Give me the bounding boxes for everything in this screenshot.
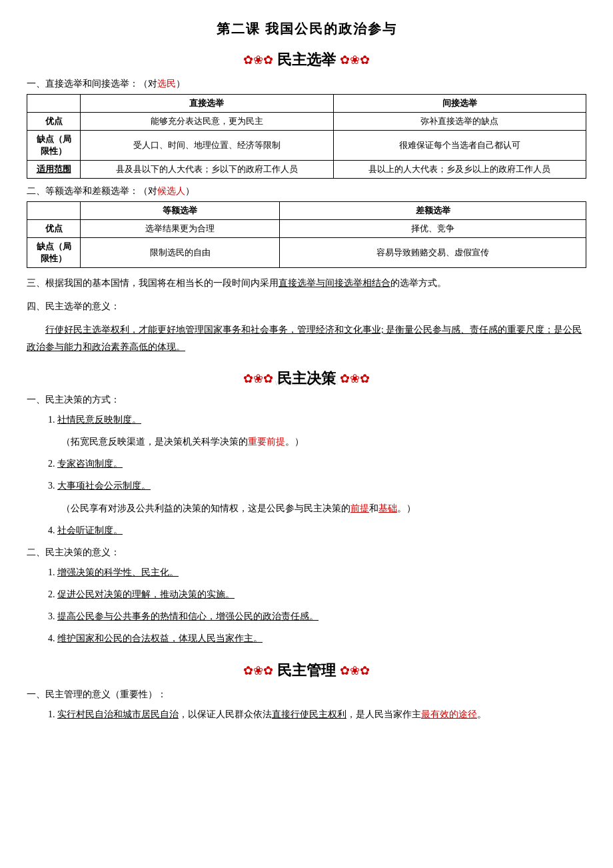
section1-heading1: 一、直接选举和间接选举：（对选民） — [27, 78, 586, 90]
page-title: 第二课 我国公民的政治参与 — [27, 20, 586, 38]
election-table2: 等额选举 差额选举 优点 选举结果更为合理 择优、竞争 缺点（局限性） 限制选民… — [27, 201, 586, 268]
blossom-right-2: ✿❀✿ — [340, 371, 370, 386]
t2r1c2: 择优、竞争 — [280, 220, 586, 238]
list-item-1: 1. 社情民意反映制度。 — [48, 411, 586, 428]
col2-header: 间接选举 — [333, 95, 586, 113]
section2-heading2: 二、民主决策的意义： — [27, 547, 586, 559]
list-item-2: 2. 专家咨询制度。 — [48, 455, 586, 472]
table-row: 优点 选举结果更为合理 择优、竞争 — [27, 220, 586, 238]
list-item-3-sub: （公民享有对涉及公共利益的决策的知情权，这是公民参与民主决策的前提和基础。） — [61, 500, 586, 517]
blossom-left-2: ✿❀✿ — [243, 371, 273, 386]
meaning-item-2: 2. 促进公民对决策的理解，推动决策的实施。 — [48, 586, 586, 603]
banner-text-3: 民主管理 — [273, 661, 340, 681]
blossom-left: ✿❀✿ — [243, 53, 273, 67]
t2r2c2: 容易导致贿赂交易、虚假宣传 — [280, 238, 586, 268]
row-header-1: 优点 — [27, 113, 81, 131]
table-row: 缺点（局限性） 受人口、时间、地理位置、经济等限制 很难保证每个当选者自己都认可 — [27, 131, 586, 161]
row-header-3: 适用范围 — [27, 161, 81, 179]
section1-point4-heading: 四、民主选举的意义： — [27, 298, 586, 315]
t1r1c1: 能够充分表达民意，更为民主 — [81, 113, 334, 131]
row-header-t2-2: 缺点（局限性） — [27, 238, 81, 268]
blossom-right-3: ✿❀✿ — [340, 663, 370, 678]
row-header-t2-1: 优点 — [27, 220, 81, 238]
section1-heading2: 二、等额选举和差额选举：（对候选人） — [27, 185, 586, 197]
section3-banner: ✿❀✿ 民主管理 ✿❀✿ — [27, 661, 586, 681]
t1r3c1: 县及县以下的人大代表；乡以下的政府工作人员 — [81, 161, 334, 179]
table-row: 优点 能够充分表达民意，更为民主 弥补直接选举的缺点 — [27, 113, 586, 131]
list-item-1-sub: （拓宽民意反映渠道，是决策机关科学决策的重要前提。） — [61, 433, 586, 450]
section3-item-1: 1. 实行村民自治和城市居民自治，以保证人民群众依法直接行使民主权利，是人民当家… — [48, 706, 586, 723]
meaning-item-1: 1. 增强决策的科学性、民主化。 — [48, 564, 586, 581]
blossom-left-3: ✿❀✿ — [243, 663, 273, 678]
t1r2c2: 很难保证每个当选者自己都认可 — [333, 131, 586, 161]
meaning-item-4: 4. 维护国家和公民的合法权益，体现人民当家作主。 — [48, 630, 586, 647]
banner-text-1: 民主选举 — [273, 50, 340, 70]
blossom-right: ✿❀✿ — [340, 53, 370, 67]
list-item-3: 3. 大事项社会公示制度。 — [48, 477, 586, 494]
col1-header: 直接选举 — [81, 95, 334, 113]
t2r2c1: 限制选民的自由 — [81, 238, 280, 268]
t2r1c1: 选举结果更为合理 — [81, 220, 280, 238]
section1-point4-para: 行使好民主选举权利，才能更好地管理国家事务和社会事务，管理经济和文化事业; 是衡… — [27, 321, 586, 355]
t1r2c1: 受人口、时间、地理位置、经济等限制 — [81, 131, 334, 161]
t1r1c2: 弥补直接选举的缺点 — [333, 113, 586, 131]
banner-text-2: 民主决策 — [273, 369, 340, 389]
section2-banner: ✿❀✿ 民主决策 ✿❀✿ — [27, 369, 586, 389]
section1-banner: ✿❀✿ 民主选举 ✿❀✿ — [27, 50, 586, 70]
list-item-4: 4. 社会听证制度。 — [48, 522, 586, 539]
table-row: 缺点（局限性） 限制选民的自由 容易导致贿赂交易、虚假宣传 — [27, 238, 586, 268]
meaning-item-3: 3. 提高公民参与公共事务的热情和信心，增强公民的政治责任感。 — [48, 608, 586, 625]
table-row: 适用范围 县及县以下的人大代表；乡以下的政府工作人员 县以上的人大代表；乡及乡以… — [27, 161, 586, 179]
section2-heading1: 一、民主决策的方式： — [27, 394, 586, 406]
section3-heading1: 一、民主管理的意义（重要性）： — [27, 689, 586, 701]
section1-point3: 三、根据我国的基本国情，我国将在相当长的一段时间内采用直接选举与间接选举相结合的… — [27, 275, 586, 291]
election-table1: 直接选举 间接选举 优点 能够充分表达民意，更为民主 弥补直接选举的缺点 缺点（… — [27, 94, 586, 179]
row-header-2: 缺点（局限性） — [27, 131, 81, 161]
t1r3c2: 县以上的人大代表；乡及乡以上的政府工作人员 — [333, 161, 586, 179]
col1-header-t2: 等额选举 — [81, 202, 280, 220]
col2-header-t2: 差额选举 — [280, 202, 586, 220]
